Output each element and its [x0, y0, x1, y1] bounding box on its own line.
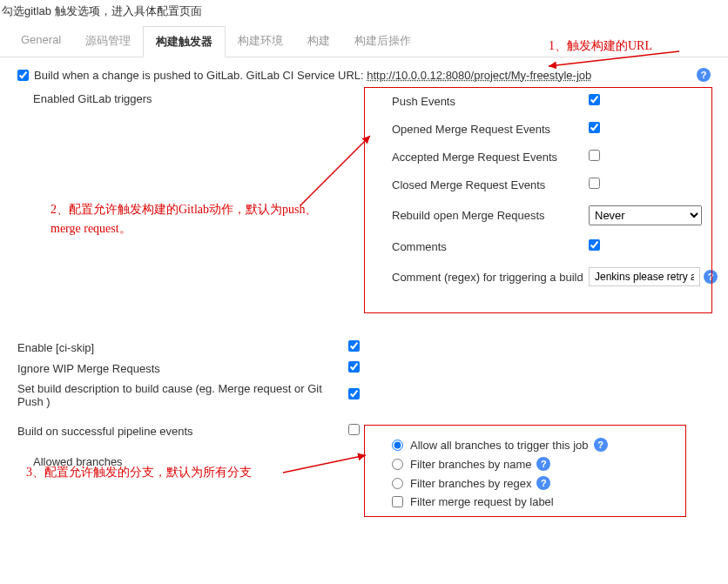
annotation-1: 1、触发构建的URL — [549, 38, 652, 54]
help-icon[interactable]: ? — [536, 457, 550, 471]
tab-build-env[interactable]: 构建环境 — [226, 26, 295, 57]
trigger-closed-mr: Closed Merge Request Events — [383, 171, 728, 198]
option-set-description: Set build description to build cause (eg… — [17, 379, 711, 412]
page-instruction: 勾选gitlab 触发选项，进入具体配置页面 — [0, 0, 728, 23]
branch-filter-regex: Filter branches by regex ? — [392, 473, 697, 493]
ci-service-url: http://10.0.0.12:8080/project/My-freesty… — [367, 69, 591, 82]
enabled-triggers-label: Enabled GitLab triggers — [33, 92, 152, 105]
trigger-opened-mr: Opened Merge Request Events — [383, 115, 728, 143]
closed-mr-checkbox[interactable] — [589, 178, 600, 189]
filter-regex-radio[interactable] — [392, 478, 403, 489]
filter-name-radio[interactable] — [392, 459, 403, 470]
trigger-comment-regex: Comment (regex) for triggering a build ? — [383, 260, 728, 293]
help-icon[interactable]: ? — [536, 476, 550, 490]
trigger-comments: Comments — [383, 232, 728, 260]
branch-filter-label: Filter merge request by label — [392, 493, 697, 511]
set-description-checkbox[interactable] — [348, 388, 360, 399]
allow-all-radio[interactable] — [392, 440, 403, 451]
accepted-mr-checkbox[interactable] — [589, 150, 600, 161]
tab-post-build[interactable]: 构建后操作 — [342, 26, 423, 57]
trigger-push-events: Push Events — [383, 87, 728, 115]
ignore-wip-checkbox[interactable] — [348, 361, 360, 373]
annotation-3: 3、配置允许触发的分支，默认为所有分支 — [26, 465, 252, 480]
tab-scm[interactable]: 源码管理 — [73, 26, 143, 57]
tab-build-triggers[interactable]: 构建触发器 — [143, 26, 226, 57]
tab-build[interactable]: 构建 — [295, 26, 342, 57]
help-icon[interactable]: ? — [697, 68, 711, 82]
branch-filter-name: Filter branches by name ? — [392, 454, 697, 473]
trigger-accepted-mr: Accepted Merge Request Events — [383, 143, 728, 171]
build-trigger-label: Build when a change is pushed to GitLab.… — [34, 69, 591, 82]
option-ignore-wip: Ignore WIP Merge Requests — [17, 358, 711, 379]
pipeline-events-checkbox[interactable] — [348, 424, 360, 435]
filter-label-checkbox[interactable] — [392, 496, 403, 507]
build-trigger-row: Build when a change is pushed to GitLab.… — [17, 63, 711, 87]
opened-mr-checkbox[interactable] — [589, 122, 600, 133]
comment-regex-input[interactable] — [589, 267, 700, 286]
option-ci-skip: Enable [ci-skip] — [17, 337, 711, 358]
help-icon[interactable]: ? — [704, 270, 718, 284]
ci-skip-checkbox[interactable] — [348, 340, 360, 352]
rebuild-mr-select[interactable]: Never — [589, 205, 702, 225]
annotation-2: 2、配置允许触发构建的Gitlab动作，默认为push、merge reques… — [51, 200, 338, 239]
push-events-checkbox[interactable] — [589, 94, 600, 105]
help-icon[interactable]: ? — [594, 438, 608, 452]
trigger-rebuild-mr: Rebuild open Merge Requests Never — [383, 198, 728, 232]
comments-checkbox[interactable] — [589, 239, 600, 251]
build-trigger-checkbox[interactable] — [17, 70, 29, 81]
tab-general[interactable]: General — [9, 26, 73, 57]
branch-allow-all: Allow all branches to trigger this job ? — [392, 435, 697, 454]
